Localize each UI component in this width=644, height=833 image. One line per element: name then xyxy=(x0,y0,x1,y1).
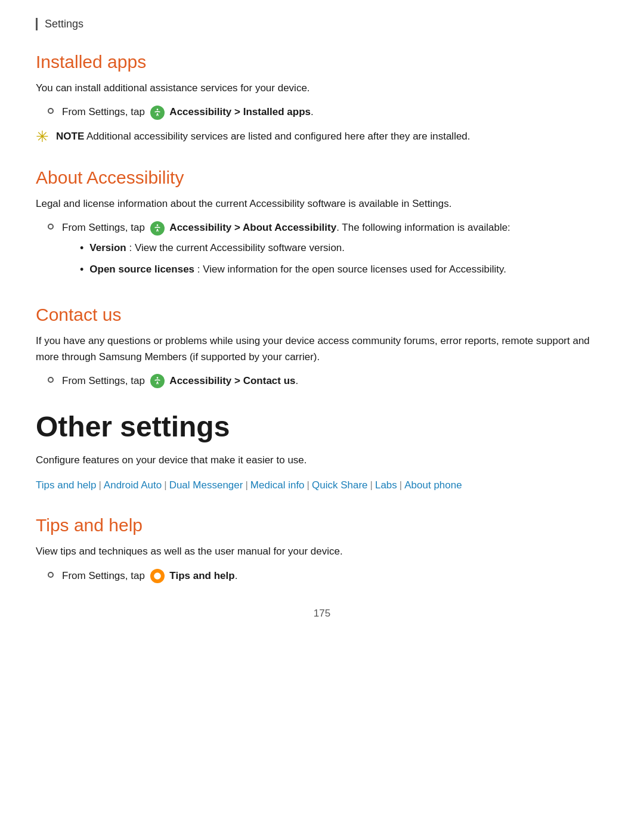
text-before: From Settings, tap xyxy=(62,106,148,117)
pipe-separator: | xyxy=(245,479,247,491)
bullet-circle-icon xyxy=(48,224,54,230)
list-item: From Settings, tap Tips and help. xyxy=(48,568,608,584)
section-other-settings: Other settings Configure features on you… xyxy=(36,410,608,494)
link-dual-messenger[interactable]: Dual Messenger xyxy=(169,479,243,491)
link-labs[interactable]: Labs xyxy=(375,479,397,491)
note-body: Additional accessibility services are li… xyxy=(86,131,470,142)
inner-list-text: Version : View the current Accessibility… xyxy=(89,240,345,256)
svg-point-2 xyxy=(156,377,158,379)
page-number: 175 xyxy=(36,608,608,620)
page-header-label: Settings xyxy=(45,18,83,30)
list-bold-text: Tips and help xyxy=(169,570,234,581)
links-row: Tips and help|Android Auto|Dual Messenge… xyxy=(36,477,608,494)
bullet-circle-icon xyxy=(48,572,54,578)
svg-point-1 xyxy=(156,224,158,226)
link-tips-and-help[interactable]: Tips and help xyxy=(36,479,96,491)
pipe-separator: | xyxy=(400,479,402,491)
other-settings-heading: Other settings xyxy=(36,410,608,443)
tips-and-help-heading: Tips and help xyxy=(36,515,608,535)
section-about-accessibility: About Accessibility Legal and license in… xyxy=(36,168,608,283)
list-item-text: From Settings, tap Accessibility > Insta… xyxy=(62,104,608,120)
note-text: NOTE Additional accessibility services a… xyxy=(56,129,470,144)
list-item: From Settings, tap Accessibility > Conta… xyxy=(48,373,608,389)
note-label: NOTE xyxy=(56,131,84,142)
contact-us-body: If you have any questions or problems wh… xyxy=(36,333,608,365)
link-android-auto[interactable]: Android Auto xyxy=(104,479,162,491)
section-installed-apps: Installed apps You can install additiona… xyxy=(36,52,608,146)
accessibility-icon xyxy=(150,374,165,388)
text-before: From Settings, tap xyxy=(62,375,148,386)
note-icon: ✳ xyxy=(36,128,49,146)
tips-icon xyxy=(150,569,165,583)
pipe-separator: | xyxy=(98,479,101,491)
list-item-text: From Settings, tap Tips and help. xyxy=(62,568,608,584)
link-about-phone[interactable]: About phone xyxy=(404,479,462,491)
link-quick-share[interactable]: Quick Share xyxy=(312,479,368,491)
list-item-text: From Settings, tap Accessibility > Conta… xyxy=(62,373,608,389)
list-bold-text: Accessibility > Contact us xyxy=(169,375,295,386)
list-bold-text: Accessibility > Installed apps xyxy=(169,106,311,117)
inner-list-item: • Open source licenses : View informatio… xyxy=(80,262,608,278)
inner-list-text: Open source licenses : View information … xyxy=(89,262,506,277)
text-after: . The following information is available… xyxy=(336,222,510,233)
installed-apps-heading: Installed apps xyxy=(36,52,608,72)
svg-point-3 xyxy=(154,572,161,580)
other-settings-body: Configure features on your device that m… xyxy=(36,453,608,468)
pipe-separator: | xyxy=(164,479,166,491)
text-before: From Settings, tap xyxy=(62,570,148,581)
about-accessibility-body: Legal and license information about the … xyxy=(36,196,608,212)
section-tips-and-help: Tips and help View tips and techniques a… xyxy=(36,515,608,584)
text-before: From Settings, tap xyxy=(62,222,148,233)
svg-point-0 xyxy=(156,109,158,110)
pipe-separator: | xyxy=(307,479,309,491)
about-accessibility-heading: About Accessibility xyxy=(36,168,608,188)
inner-list: • Version : View the current Accessibili… xyxy=(80,240,608,278)
list-item: From Settings, tap Accessibility > About… xyxy=(48,220,608,283)
page-header: Settings xyxy=(36,18,608,30)
inner-body: : View the current Accessibility softwar… xyxy=(129,242,345,253)
text-after: . xyxy=(311,106,314,117)
inner-list-item: • Version : View the current Accessibili… xyxy=(80,240,608,257)
note-box: ✳ NOTE Additional accessibility services… xyxy=(36,129,608,146)
accessibility-icon xyxy=(150,106,165,120)
installed-apps-body: You can install additional assistance se… xyxy=(36,80,608,96)
link-medical-info[interactable]: Medical info xyxy=(250,479,305,491)
list-item-text: From Settings, tap Accessibility > About… xyxy=(62,220,608,283)
contact-us-heading: Contact us xyxy=(36,305,608,325)
accessibility-icon xyxy=(150,221,165,236)
list-item: From Settings, tap Accessibility > Insta… xyxy=(48,104,608,120)
bullet-circle-icon xyxy=(48,377,54,383)
section-contact-us: Contact us If you have any questions or … xyxy=(36,305,608,389)
bullet-dot-icon: • xyxy=(80,262,83,278)
bullet-dot-icon: • xyxy=(80,240,83,257)
inner-bold: Version xyxy=(89,242,126,253)
text-after: . xyxy=(296,375,299,386)
inner-body: : View information for the open source l… xyxy=(197,264,506,275)
list-bold-text: Accessibility > About Accessibility xyxy=(169,222,336,233)
text-after: . xyxy=(235,570,238,581)
bullet-circle-icon xyxy=(48,108,54,114)
tips-and-help-body: View tips and techniques as well as the … xyxy=(36,544,608,559)
inner-bold: Open source licenses xyxy=(89,264,194,275)
pipe-separator: | xyxy=(370,479,373,491)
